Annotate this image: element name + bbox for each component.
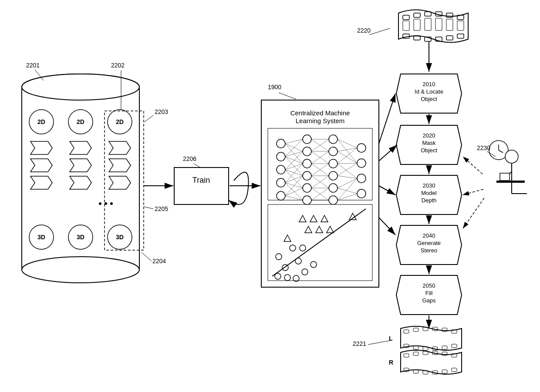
svg-line-219 [379,145,397,161]
svg-text:Stereo: Stereo [421,247,437,254]
svg-text:2D: 2D [37,118,45,125]
svg-point-59 [303,135,311,144]
svg-line-43 [144,207,153,209]
svg-line-237 [463,198,484,228]
svg-text:3D: 3D [37,234,45,241]
svg-point-73 [357,174,366,183]
svg-point-60 [303,147,311,156]
svg-point-61 [303,159,311,168]
svg-text:2204: 2204 [152,258,166,265]
svg-rect-161 [457,21,464,30]
svg-rect-201 [452,344,457,348]
svg-rect-190 [404,330,409,333]
svg-point-67 [329,159,338,168]
svg-text:Mask: Mask [422,140,436,146]
svg-text:2010: 2010 [423,81,435,87]
svg-point-70 [329,196,338,204]
svg-line-220 [379,186,395,195]
svg-point-74 [357,189,366,198]
svg-text:2040: 2040 [423,232,435,239]
svg-line-143 [279,93,296,99]
svg-text:L: L [389,335,393,342]
svg-rect-197 [413,346,418,349]
svg-text:2221: 2221 [353,340,366,347]
svg-rect-160 [446,19,453,30]
diagram: 2D 2D 2D 3D 3D 3D 2201 2202 2203 2204 22… [0,0,540,392]
svg-rect-213 [442,370,447,373]
svg-text:1900: 1900 [268,84,281,90]
svg-point-25 [105,202,107,205]
svg-text:Id & Locate: Id & Locate [415,88,443,95]
svg-line-218 [379,94,395,144]
svg-rect-157 [414,19,420,30]
svg-text:2205: 2205 [155,205,168,212]
svg-text:Model: Model [421,190,437,196]
svg-text:3D: 3D [77,234,84,241]
svg-line-221 [379,218,395,235]
svg-line-41 [142,252,152,261]
svg-text:2203: 2203 [155,108,168,115]
svg-line-235 [462,189,483,195]
svg-point-26 [110,202,113,205]
svg-text:Fill: Fill [425,290,433,296]
svg-text:2D: 2D [116,118,124,125]
svg-line-217 [368,340,392,345]
svg-rect-159 [435,18,442,30]
svg-point-54 [277,139,285,148]
svg-text:3D: 3D [116,234,124,241]
svg-point-56 [277,165,285,174]
svg-rect-144 [403,15,409,20]
svg-point-24 [99,202,101,205]
svg-rect-156 [403,21,409,30]
svg-rect-145 [414,13,420,17]
svg-text:Generate: Generate [417,240,441,246]
svg-text:2030: 2030 [423,182,435,189]
svg-rect-148 [446,13,453,17]
svg-rect-204 [413,352,418,355]
svg-text:2230: 2230 [477,144,490,151]
svg-point-55 [277,152,285,161]
svg-point-64 [303,196,311,204]
svg-point-8 [22,74,139,100]
svg-point-68 [329,171,338,180]
svg-text:Gaps: Gaps [422,297,436,304]
svg-text:2020: 2020 [423,132,435,139]
svg-point-65 [329,135,338,144]
svg-text:2206: 2206 [183,155,196,162]
svg-rect-210 [413,370,418,373]
svg-text:2201: 2201 [26,62,40,69]
svg-text:R: R [389,359,393,366]
svg-point-72 [357,159,366,168]
svg-point-57 [277,178,285,187]
svg-text:2202: 2202 [111,62,125,69]
svg-rect-155 [457,34,464,38]
svg-rect-232 [500,173,510,181]
svg-rect-200 [442,346,447,349]
svg-point-63 [303,184,311,192]
svg-point-71 [357,144,366,152]
svg-text:Centralized Machine: Centralized Machine [290,109,350,117]
svg-line-47 [194,164,200,168]
svg-point-7 [22,257,139,283]
svg-rect-154 [446,36,453,40]
svg-point-58 [277,191,285,200]
svg-rect-214 [452,368,457,372]
svg-text:2220: 2220 [357,27,371,34]
svg-line-236 [463,157,483,174]
svg-rect-158 [425,18,431,30]
svg-text:Depth: Depth [422,197,437,204]
svg-line-39 [145,115,153,122]
svg-text:Object: Object [421,147,437,154]
svg-text:2050: 2050 [423,282,435,289]
svg-rect-191 [413,328,418,332]
svg-point-62 [303,171,311,180]
svg-rect-203 [404,354,409,357]
svg-rect-44 [174,168,229,204]
svg-text:Learning System: Learning System [296,117,345,124]
svg-text:Object: Object [421,96,437,102]
svg-point-225 [505,150,518,163]
svg-text:Train: Train [192,176,210,184]
svg-point-66 [329,147,338,156]
svg-point-69 [329,184,338,192]
svg-line-163 [369,28,390,35]
